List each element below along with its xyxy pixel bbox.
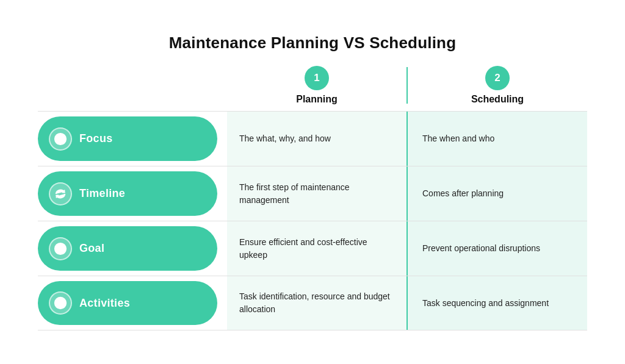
table-row-activities: Activities Task identification, resource… [38,276,587,330]
table-row-goal: Goal Ensure efficient and cost-effective… [38,221,587,276]
comparison-table: 1 Planning 2 Scheduling [38,66,587,330]
check-icon [49,291,72,315]
table-row-timeline: Timeline The first step of maintenance m… [38,166,587,221]
planning-header: 1 Planning [227,66,406,105]
timeline-label-text: Timeline [79,187,125,200]
goal-label-text: Goal [79,242,104,255]
activities-label-text: Activities [79,297,130,310]
refresh-icon [49,182,72,205]
timeline-scheduling-cell: Comes after planning [408,166,587,221]
focus-scheduling-cell: The when and who [408,112,587,166]
goal-label: Goal [38,226,217,271]
goal-scheduling-cell: Prevent operational disruptions [408,221,587,276]
focus-planning-cell: The what, why, and how [227,112,406,166]
goal-planning-cell: Ensure efficient and cost-effective upke… [227,221,406,276]
focus-label-text: Focus [79,132,113,145]
scheduling-header: 2 Scheduling [408,66,587,105]
page-title: Maintenance Planning VS Scheduling [38,34,587,52]
activities-label: Activities [38,281,217,325]
scheduling-step-circle: 2 [485,66,510,90]
goal-icon [49,237,72,260]
scheduling-col-title: Scheduling [471,94,524,105]
table-header: 1 Planning 2 Scheduling [38,66,587,105]
activities-scheduling-cell: Task sequencing and assignment [408,276,587,330]
planning-col-title: Planning [296,94,338,105]
timeline-planning-cell: The first step of maintenance management [227,166,406,221]
activities-planning-cell: Task identification, resource and budget… [227,276,406,330]
target-icon [49,127,72,151]
timeline-label: Timeline [38,171,217,216]
svg-point-2 [59,138,62,140]
planning-step-circle: 1 [305,66,329,90]
main-container: Maintenance Planning VS Scheduling 1 Pla… [20,21,605,343]
table-row-focus: Focus The what, why, and how The when an… [38,111,587,166]
focus-label: Focus [38,116,217,161]
